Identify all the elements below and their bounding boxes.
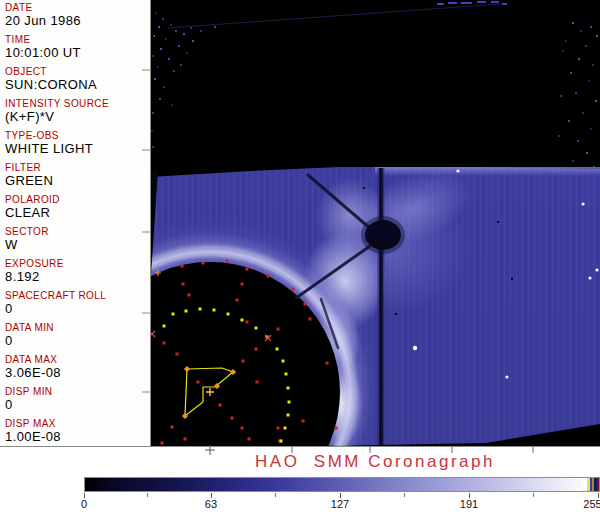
colorbar-tick-label: 0 (81, 498, 87, 510)
field-value: GREEN (5, 173, 149, 188)
metadata-field: FILTERGREEN (5, 162, 149, 194)
field-label: OBJECT (5, 66, 149, 77)
field-value: SUN:CORONA (5, 77, 149, 92)
field-value: CLEAR (5, 205, 149, 220)
colorbar-minor-tick (533, 493, 534, 497)
field-value: 1.00E-08 (5, 429, 149, 444)
colorbar-tick-label: 63 (205, 498, 217, 510)
field-value: 0 (5, 301, 149, 316)
metadata-field: DISP MIN0 (5, 386, 149, 418)
colorbar-tick-label: 127 (331, 498, 349, 510)
field-label: DATA MIN (5, 322, 149, 333)
metadata-field: DATA MIN0 (5, 322, 149, 354)
field-value: 0 (5, 397, 149, 412)
field-value: 3.06E-08 (5, 365, 149, 380)
field-label: DISP MIN (5, 386, 149, 397)
metadata-field: POLAROIDCLEAR (5, 194, 149, 226)
field-label: DATE (5, 2, 149, 13)
metadata-field: DISP MAX1.00E-08 (5, 418, 149, 446)
field-label: DATA MAX (5, 354, 149, 365)
field-label: SPACECRAFT ROLL (5, 290, 149, 301)
metadata-field: SECTORW (5, 226, 149, 258)
field-label: TIME (5, 34, 149, 45)
colorbar-minor-tick (147, 493, 148, 497)
colorbar: 063127191255 (84, 477, 598, 511)
field-label: DISP MAX (5, 418, 149, 429)
field-label: TYPE-OBS (5, 130, 149, 141)
metadata-field: TYPE-OBSWHITE LIGHT (5, 130, 149, 162)
field-label: SECTOR (5, 226, 149, 237)
colorbar-gradient (84, 477, 600, 492)
metadata-field: SPACECRAFT ROLL0 (5, 290, 149, 322)
metadata-field: DATA MAX3.06E-08 (5, 354, 149, 386)
metadata-field: TIME10:01:00 UT (5, 34, 149, 66)
field-label: INTENSITY SOURCE (5, 98, 149, 109)
field-value: 10:01:00 UT (5, 45, 149, 60)
colorbar-minor-tick (404, 493, 405, 497)
field-value: 0 (5, 333, 149, 348)
colorbar-tick-label: 191 (460, 498, 478, 510)
metadata-field: INTENSITY SOURCE(K+F)*V (5, 98, 149, 130)
metadata-field: EXPOSURE8.192 (5, 258, 149, 290)
field-value: 8.192 (5, 269, 149, 284)
field-value: W (5, 237, 149, 252)
image-title: HAO SMM Coronagraph (150, 452, 600, 472)
coronagraph-image (150, 0, 600, 446)
metadata-field: DATE20 Jun 1986 (5, 2, 149, 34)
colorbar-tick-label: 255 (583, 498, 600, 510)
field-value: (K+F)*V (5, 109, 149, 124)
field-label: EXPOSURE (5, 258, 149, 269)
metadata-sidebar: DATE20 Jun 1986TIME10:01:00 UTOBJECTSUN:… (0, 0, 149, 446)
field-label: POLAROID (5, 194, 149, 205)
viewer-window: DATE20 Jun 1986TIME10:01:00 UTOBJECTSUN:… (0, 0, 600, 512)
metadata-field: OBJECTSUN:CORONA (5, 66, 149, 98)
colorbar-minor-tick (275, 493, 276, 497)
field-label: FILTER (5, 162, 149, 173)
field-value: 20 Jun 1986 (5, 13, 149, 28)
field-value: WHITE LIGHT (5, 141, 149, 156)
